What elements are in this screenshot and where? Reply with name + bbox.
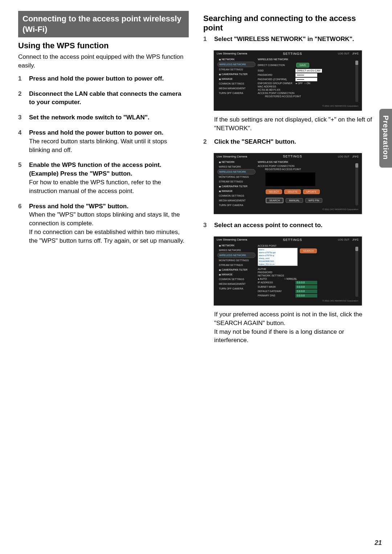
ap-option[interactable]: 0024A5B8C321 <box>258 260 297 263</box>
ap-option[interactable]: logtec_5G-xx-xx <box>258 263 297 266</box>
subsection-heading: Searching and connecting to the access p… <box>203 14 374 33</box>
sidebar-item-manage[interactable]: MANAGE <box>217 189 256 193</box>
radio-off[interactable]: ● OFF <box>295 82 303 85</box>
sidebar-item-camera-pan-tilter[interactable]: CAMERA/PAN TILTER <box>217 267 256 272</box>
label-access-point-connection: ACCESS POINT CONNECTION <box>258 92 294 94</box>
step-number: 2 <box>18 90 21 98</box>
step-item: 1 Press and hold the power button to pow… <box>18 74 189 83</box>
wps-pin-button[interactable]: WPS PIN <box>305 198 323 203</box>
sidebar-item-network[interactable]: NETWORK <box>217 57 256 62</box>
step-item: 2 Click the "SEARCH" button. <box>203 138 374 146</box>
logout-link[interactable]: LOG OUT <box>338 238 350 241</box>
scrollbar[interactable] <box>355 247 358 297</box>
sidebar-item-monitoring-settings[interactable]: MONITORING SETTINGS <box>217 258 256 263</box>
panel-title: WIRELESS NETWORK <box>258 58 356 61</box>
settings-sidebar: NETWORK WIRED NETWORK WIRELESS NETWORK M… <box>217 160 256 208</box>
gateway-field[interactable]: 0.0.0.0 <box>295 290 317 293</box>
step-item: 3 Set the network mode switch to "WLAN". <box>18 113 189 122</box>
page-number: 21 <box>375 539 382 547</box>
label-network-settings: NETWORK SETTINGS <box>258 274 284 277</box>
sidebar-item-media-management[interactable]: MEDIA MANAGEMENT <box>217 86 256 91</box>
label-password: PASSWORD <box>258 271 294 274</box>
label-enforced-group-owner: ENFORCED GROUP OWNER <box>258 82 294 85</box>
scrollbar[interactable] <box>355 61 358 102</box>
access-point-list[interactable]: aterm aterm-d7970c-gw aterm-d7970c-g sha… <box>258 248 298 266</box>
sidebar-item-stream-settings[interactable]: STREAM SETTINGS <box>217 67 256 72</box>
sidebar-item-stream-settings[interactable]: STREAM SETTINGS <box>217 263 256 267</box>
step-number: 4 <box>18 128 21 137</box>
step-number: 3 <box>203 221 207 230</box>
step-title: Select "WIRELESS NETWORK" in "NETWORK". <box>214 36 354 42</box>
settings-screenshot-access-point-list: Live Streaming Camera SETTINGS LOG OUTJV… <box>213 236 362 306</box>
ap-option[interactable]: aterm <box>258 248 297 251</box>
logout-link[interactable]: LOG OUT <box>338 52 350 55</box>
panel-title: WIRELESS NETWORK <box>258 160 356 164</box>
label-registered-access-point: REGISTERED ACCESS POINT <box>265 95 301 98</box>
step-title: Select an access point to connect to. <box>214 222 323 229</box>
step-title: Set the network mode switch to "WLAN". <box>29 114 150 121</box>
sidebar-item-wireless-network[interactable]: WIRELESS NETWORK <box>217 253 256 258</box>
sidebar-item-wired-network[interactable]: WIRED NETWORK <box>217 164 256 169</box>
sidebar-item-camera-pan-tilter[interactable]: CAMERA/PAN TILTER <box>217 72 256 77</box>
page-title: SETTINGS <box>247 238 338 242</box>
delete-button[interactable]: DELETE <box>284 189 301 194</box>
step-title: Press and hold the power button to power… <box>29 129 163 136</box>
radio-auto[interactable]: ● AUTO <box>258 278 267 280</box>
sidebar-item-monitoring-settings[interactable]: MONITORING SETTINGS <box>217 175 256 179</box>
sidebar-item-common-settings[interactable]: COMMON SETTINGS <box>217 277 256 282</box>
sidebar-item-media-management[interactable]: MEDIA MANAGEMENT <box>217 282 256 286</box>
sidebar-item-manage[interactable]: MANAGE <box>217 77 256 81</box>
settings-sidebar: NETWORK WIRED NETWORK WIRELESS NETWORK M… <box>217 243 256 299</box>
section-tab: Preparation <box>379 109 392 168</box>
subnet-field[interactable]: 0.0.0.0 <box>295 285 317 289</box>
step-title: Press and hold the power button to power… <box>29 75 164 82</box>
brand-logo: JVC <box>352 155 359 158</box>
save-button[interactable]: SAVE <box>296 63 309 67</box>
section-heading: Connecting to the access point wirelessl… <box>18 11 189 37</box>
scrollbar[interactable] <box>355 163 358 205</box>
step-title: Disconnect the LAN cable that connects t… <box>29 90 181 106</box>
sidebar-item-turn-off-camera[interactable]: TURN OFF CAMERA <box>217 91 256 95</box>
sidebar-item-common-settings[interactable]: COMMON SETTINGS <box>217 193 256 198</box>
step-number: 1 <box>18 74 21 83</box>
sidebar-item-wireless-network[interactable]: WIRELESS NETWORK <box>217 169 256 175</box>
label-access-point-connection: ACCESS POINT CONNECTION <box>258 165 294 167</box>
sidebar-item-media-management[interactable]: MEDIA MANAGEMENT <box>217 198 256 203</box>
manual-button[interactable]: MANUAL <box>286 198 303 203</box>
ap-option[interactable]: aterm-d7970c-gw <box>258 251 297 254</box>
sidebar-item-turn-off-camera[interactable]: TURN OFF CAMERA <box>217 286 256 291</box>
app-title: Live Streaming Camera <box>217 52 247 55</box>
label-mac-address: MAC ADDRESS <box>258 85 294 88</box>
sidebar-item-common-settings[interactable]: COMMON SETTINGS <box>217 81 256 86</box>
copyright-text: © 2012 JVC KENWOOD Corporation <box>214 208 362 210</box>
copyright-text: © 2012 JVC KENWOOD Corporation <box>214 104 362 107</box>
sidebar-item-manage[interactable]: MANAGE <box>217 272 256 277</box>
ssid-field[interactable]: DIRECT-xx-GV-CAM <box>295 69 322 73</box>
search-again-button[interactable]: SEARCH <box>300 249 317 253</box>
password-field[interactable]: •••••••• <box>295 73 317 77</box>
update-button[interactable]: UPDATE <box>303 189 320 194</box>
sidebar-item-wired-network[interactable]: WIRED NETWORK <box>217 248 256 253</box>
label-access-point: ACCESS POINT <box>258 245 279 247</box>
dns-field[interactable]: 0.0.0.0 <box>295 294 317 297</box>
app-title: Live Streaming Camera <box>217 155 247 158</box>
sidebar-item-wireless-network[interactable]: WIRELESS NETWORK <box>217 62 256 67</box>
ap-option[interactable]: sharp_ssid <box>258 257 297 260</box>
ip-field[interactable]: 0.0.0.0 <box>295 281 317 284</box>
radio-on[interactable]: ○ ON <box>304 82 310 85</box>
radio-manual[interactable]: ○ MANUAL <box>284 278 297 280</box>
logout-link[interactable]: LOG OUT <box>338 155 350 158</box>
step-number: 5 <box>18 161 21 169</box>
sidebar-item-camera-pan-tilter[interactable]: CAMERA/PAN TILTER <box>217 184 256 189</box>
sidebar-item-network[interactable]: NETWORK <box>217 160 256 164</box>
label-authe: AUTHE <box>258 268 294 270</box>
sidebar-item-stream-settings[interactable]: STREAM SETTINGS <box>217 179 256 184</box>
sidebar-item-turn-off-camera[interactable]: TURN OFF CAMERA <box>217 203 256 208</box>
select-button[interactable]: SELECT <box>266 189 282 194</box>
search-button[interactable]: SEARCH <box>266 198 283 203</box>
sidebar-item-network[interactable]: NETWORK <box>217 243 256 248</box>
intro-text: Connect to the access point equipped wit… <box>18 53 189 70</box>
ap-option[interactable]: aterm-d7970c-g <box>258 254 297 257</box>
mac-value: XC:53:3E:BD:F1:E5 <box>258 89 280 91</box>
password-confirm-field[interactable]: •••••••• <box>295 78 317 81</box>
